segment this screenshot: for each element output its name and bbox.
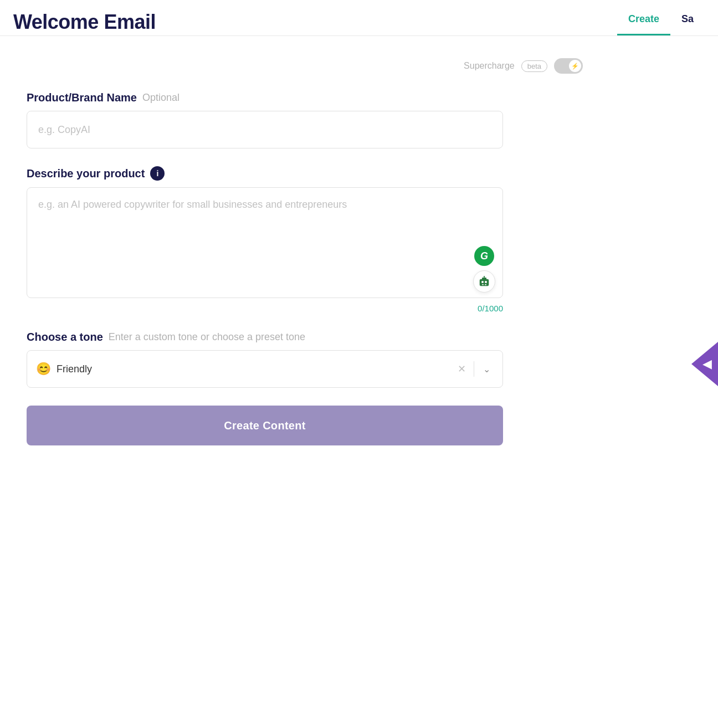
svg-point-2	[481, 281, 484, 283]
side-panel-toggle[interactable]: ◀	[691, 342, 718, 386]
describe-product-section: Describe your product i G	[27, 166, 583, 313]
grammarly-icon: G	[480, 250, 488, 262]
page-title: Welcome Email	[13, 11, 156, 34]
supercharge-row: Supercharge beta ⚡	[27, 58, 583, 74]
supercharge-label: Supercharge	[464, 61, 515, 71]
tone-label: Choose a tone	[27, 331, 103, 344]
tone-clear-button[interactable]: ✕	[455, 361, 468, 377]
grammarly-button[interactable]: G	[474, 246, 494, 266]
svg-rect-4	[482, 284, 484, 285]
svg-rect-0	[480, 279, 489, 286]
product-brand-section: Product/Brand Name Optional	[27, 91, 583, 148]
tone-value: Friendly	[57, 363, 450, 375]
describe-product-label-row: Describe your product i	[27, 166, 583, 181]
product-brand-input[interactable]	[27, 111, 503, 148]
product-brand-optional: Optional	[142, 92, 180, 104]
header: Welcome Email Create Sa	[0, 0, 718, 36]
product-brand-label: Product/Brand Name	[27, 91, 137, 104]
tone-select[interactable]: 😊 Friendly ✕ ⌄	[27, 350, 503, 388]
tone-divider	[474, 361, 474, 377]
lightning-icon: ⚡	[571, 63, 579, 70]
svg-point-3	[485, 281, 487, 283]
tab-create[interactable]: Create	[617, 9, 670, 35]
describe-product-wrapper: G	[27, 187, 503, 300]
robot-icon	[478, 275, 490, 288]
main-content: Supercharge beta ⚡ Product/Brand Name Op…	[0, 36, 609, 468]
header-nav: Create Sa	[617, 9, 705, 35]
supercharge-toggle[interactable]: ⚡	[554, 58, 583, 74]
chevron-left-icon: ◀	[702, 357, 712, 371]
tone-label-hint: Enter a custom tone or choose a preset t…	[109, 331, 305, 343]
toggle-knob: ⚡	[569, 60, 581, 72]
svg-rect-1	[482, 278, 486, 280]
tone-label-row: Choose a tone Enter a custom tone or cho…	[27, 331, 583, 344]
svg-rect-5	[485, 284, 486, 285]
product-brand-label-row: Product/Brand Name Optional	[27, 91, 583, 104]
create-content-button[interactable]: Create Content	[27, 406, 503, 445]
tone-emoji: 😊	[36, 362, 51, 376]
char-count: 0/1000	[27, 304, 503, 313]
robot-button[interactable]	[473, 270, 495, 293]
info-icon[interactable]: i	[150, 166, 165, 181]
create-btn-wrapper: Create Content	[27, 406, 503, 445]
textarea-icons: G	[473, 246, 495, 293]
chevron-down-icon[interactable]: ⌄	[480, 362, 494, 377]
beta-badge: beta	[521, 60, 547, 72]
tone-section: Choose a tone Enter a custom tone or cho…	[27, 331, 583, 388]
tab-saved[interactable]: Sa	[670, 9, 705, 35]
describe-product-label: Describe your product	[27, 167, 145, 180]
svg-point-7	[484, 276, 485, 277]
describe-product-textarea[interactable]	[27, 187, 503, 298]
